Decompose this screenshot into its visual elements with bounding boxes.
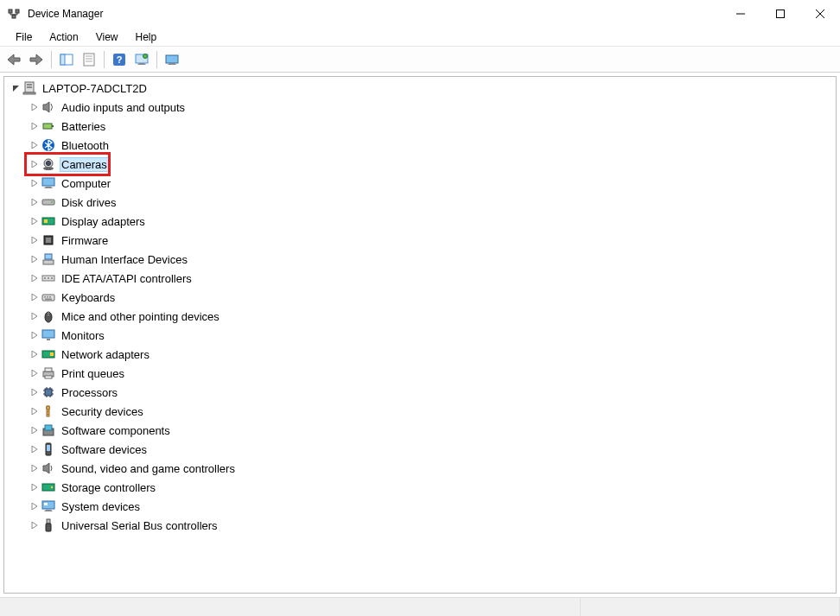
tree-category[interactable]: Processors xyxy=(4,383,836,402)
svg-point-106 xyxy=(51,486,53,488)
svg-rect-72 xyxy=(42,330,54,338)
chevron-right-icon[interactable] xyxy=(29,329,41,341)
back-button[interactable] xyxy=(3,49,24,70)
chevron-right-icon[interactable] xyxy=(29,272,41,284)
window-title: Device Manager xyxy=(28,8,103,20)
chevron-right-icon[interactable] xyxy=(29,120,41,132)
svg-marker-48 xyxy=(32,218,37,225)
chevron-right-icon[interactable] xyxy=(29,424,41,436)
chevron-right-icon[interactable] xyxy=(29,443,41,455)
chevron-right-icon[interactable] xyxy=(29,367,41,379)
help-button[interactable]: ? xyxy=(109,49,130,70)
svg-rect-73 xyxy=(47,339,50,340)
chevron-right-icon[interactable] xyxy=(29,196,41,208)
tree-category[interactable]: Security devices xyxy=(4,402,836,421)
svg-rect-24 xyxy=(166,55,178,63)
tree-category[interactable]: Software devices xyxy=(4,440,836,459)
menu-help[interactable]: Help xyxy=(127,29,166,46)
window-controls xyxy=(721,0,840,28)
svg-rect-28 xyxy=(27,84,32,86)
svg-marker-103 xyxy=(43,463,49,473)
tree-category-label: IDE ATA/ATAPI controllers xyxy=(60,271,194,286)
chevron-right-icon[interactable] xyxy=(29,310,41,322)
menu-view[interactable]: View xyxy=(87,29,127,46)
mouse-icon xyxy=(41,309,56,323)
tree-category[interactable]: Print queues xyxy=(4,364,836,383)
tree-category[interactable]: Computer xyxy=(4,174,836,193)
chevron-right-icon[interactable] xyxy=(29,386,41,398)
properties-button[interactable] xyxy=(79,49,99,70)
svg-rect-65 xyxy=(47,296,48,298)
svg-rect-50 xyxy=(44,219,48,223)
security-icon xyxy=(41,404,56,418)
add-device-button[interactable] xyxy=(162,49,182,70)
maximize-button[interactable] xyxy=(760,0,800,28)
tree-category-label: Firmware xyxy=(60,233,110,248)
ide-icon xyxy=(41,271,56,285)
chevron-right-icon[interactable] xyxy=(29,177,41,189)
tree-category[interactable]: Monitors xyxy=(4,326,836,345)
svg-rect-94 xyxy=(48,411,49,412)
chevron-right-icon[interactable] xyxy=(29,253,41,265)
chevron-right-icon[interactable] xyxy=(29,500,41,512)
svg-marker-102 xyxy=(32,465,37,472)
battery-icon xyxy=(41,119,56,133)
menu-file[interactable]: File xyxy=(7,29,41,46)
chevron-right-icon[interactable] xyxy=(29,519,41,531)
device-tree[interactable]: LAPTOP-7ADCLT2D Audio inputs and outputs… xyxy=(3,76,837,594)
tree-category-label: Audio inputs and outputs xyxy=(60,100,187,115)
scan-hardware-button[interactable] xyxy=(131,49,152,70)
svg-rect-80 xyxy=(45,376,52,378)
tree-category[interactable]: Universal Serial Bus controllers xyxy=(4,516,836,535)
svg-marker-26 xyxy=(13,86,19,92)
printer-icon xyxy=(41,366,56,380)
chevron-right-icon[interactable] xyxy=(29,462,41,474)
tree-category[interactable]: Cameras xyxy=(4,155,836,174)
tree-root[interactable]: LAPTOP-7ADCLT2D xyxy=(4,79,836,98)
svg-rect-76 xyxy=(50,352,54,356)
tree-category[interactable]: Network adapters xyxy=(4,345,836,364)
separator xyxy=(156,51,157,68)
minimize-button[interactable] xyxy=(721,0,760,28)
tree-category[interactable]: Mice and other pointing devices xyxy=(4,307,836,326)
chevron-right-icon[interactable] xyxy=(29,481,41,493)
chevron-right-icon[interactable] xyxy=(29,405,41,417)
tree-category[interactable]: IDE ATA/ATAPI controllers xyxy=(4,269,836,288)
chevron-right-icon[interactable] xyxy=(29,234,41,246)
tree-category[interactable]: Batteries xyxy=(4,117,836,136)
tree-category[interactable]: Keyboards xyxy=(4,288,836,307)
tree-category[interactable]: System devices xyxy=(4,497,836,516)
chevron-right-icon[interactable] xyxy=(29,158,41,170)
svg-point-61 xyxy=(51,277,53,279)
svg-rect-15 xyxy=(84,54,94,66)
svg-rect-1 xyxy=(16,10,19,13)
menu-action[interactable]: Action xyxy=(41,29,86,46)
show-hide-tree-button[interactable] xyxy=(56,49,77,70)
tree-category-label: Network adapters xyxy=(60,347,151,362)
chevron-right-icon[interactable] xyxy=(29,101,41,113)
tree-category[interactable]: Storage controllers xyxy=(4,478,836,497)
chevron-right-icon[interactable] xyxy=(29,348,41,360)
tree-category-label: Mice and other pointing devices xyxy=(60,309,221,324)
tree-category[interactable]: Audio inputs and outputs xyxy=(4,98,836,117)
tree-category[interactable]: Firmware xyxy=(4,231,836,250)
audio-icon xyxy=(41,100,56,114)
tree-category-label: Computer xyxy=(60,176,112,191)
tree-category[interactable]: Bluetooth xyxy=(4,136,836,155)
tree-category[interactable]: Sound, video and game controllers xyxy=(4,459,836,478)
forward-button[interactable] xyxy=(26,49,47,70)
svg-rect-35 xyxy=(52,125,54,127)
tree-category[interactable]: Display adapters xyxy=(4,212,836,231)
tree-category[interactable]: Human Interface Devices xyxy=(4,250,836,269)
chevron-down-icon[interactable] xyxy=(10,82,22,94)
tree-category[interactable]: Software components xyxy=(4,421,836,440)
chevron-right-icon[interactable] xyxy=(29,291,41,303)
close-button[interactable] xyxy=(800,0,840,28)
tree-category[interactable]: Disk drives xyxy=(4,193,836,212)
monitor-icon xyxy=(41,328,56,342)
storage-icon xyxy=(41,480,56,494)
svg-marker-109 xyxy=(44,510,53,511)
chevron-right-icon[interactable] xyxy=(29,215,41,227)
chevron-right-icon[interactable] xyxy=(29,139,41,151)
hid-icon xyxy=(41,252,56,266)
